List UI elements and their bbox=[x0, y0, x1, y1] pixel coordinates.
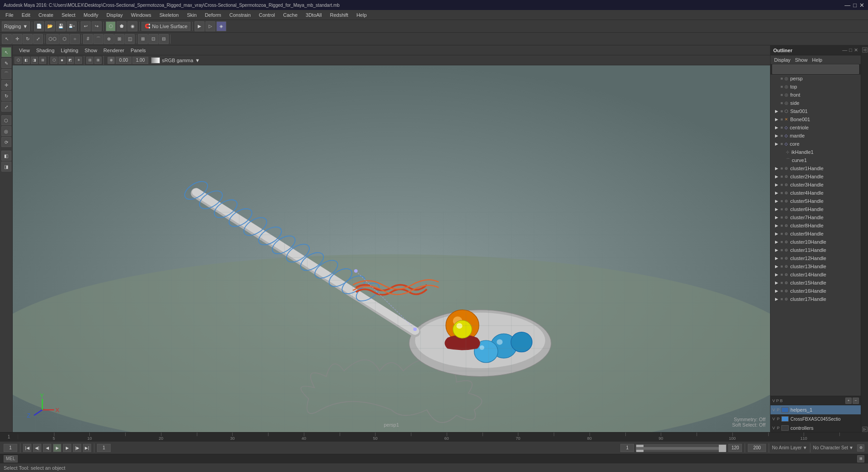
vp-tool2[interactable]: ◧ bbox=[23, 57, 30, 64]
outliner-show-menu[interactable]: Show bbox=[793, 57, 809, 63]
right-btn2[interactable]: ▷ bbox=[862, 427, 868, 432]
new-btn[interactable]: 📄 bbox=[34, 21, 44, 31]
vp-light[interactable]: ☀ bbox=[75, 57, 82, 64]
render2-btn[interactable]: ▷ bbox=[205, 21, 215, 31]
prev-key-btn[interactable]: ◀| bbox=[33, 444, 41, 452]
outliner-item-cluster11[interactable]: ▶ ■ ⊚ cluster11Handle bbox=[770, 246, 861, 254]
save-as-btn[interactable]: 💾+ bbox=[67, 21, 77, 31]
select-tool[interactable]: ↖ bbox=[2, 34, 12, 44]
history-btn[interactable]: ⟳ bbox=[1, 137, 11, 147]
menu-help[interactable]: Help bbox=[353, 11, 371, 19]
viewport-show-menu[interactable]: Show bbox=[82, 47, 100, 54]
viewport-panels-menu[interactable]: Panels bbox=[128, 47, 149, 54]
vp-layout1[interactable]: ⊟ bbox=[86, 57, 93, 64]
save-btn[interactable]: 💾 bbox=[56, 21, 66, 31]
max-frame-input[interactable] bbox=[748, 444, 766, 452]
go-start-btn[interactable]: |◀ bbox=[23, 444, 31, 452]
color-profile-dropdown[interactable]: ▼ bbox=[195, 58, 200, 63]
timeline-ruler[interactable]: 1 5102030405060708090100110120 bbox=[0, 432, 868, 441]
menu-skin[interactable]: Skin bbox=[183, 11, 200, 19]
align-btn[interactable]: ⊟ bbox=[159, 34, 169, 44]
outliner-item-star001[interactable]: ▶ ■ ⬡ Star001 bbox=[770, 107, 861, 115]
snap-surface-btn[interactable]: ⊞ bbox=[114, 34, 124, 44]
outliner-item-cluster14[interactable]: ▶ ■ ⊚ cluster14Handle bbox=[770, 270, 861, 279]
layer-add-btn[interactable]: + bbox=[845, 398, 852, 404]
layer-controllers[interactable]: V P controllers bbox=[770, 423, 861, 433]
layer-del-btn[interactable]: − bbox=[853, 398, 859, 404]
play-fwd-btn[interactable]: ▶ bbox=[53, 444, 61, 452]
menu-deform[interactable]: Deform bbox=[201, 11, 225, 19]
outliner-item-cluster17[interactable]: ▶ ■ ⊚ cluster17Handle bbox=[770, 295, 861, 303]
soft-mod-btn[interactable]: ◎ bbox=[1, 126, 11, 136]
coord-scale-input[interactable]: 1.00 bbox=[132, 57, 148, 64]
pivot-btn[interactable]: ⊡ bbox=[148, 34, 158, 44]
rotate-tool[interactable]: ↻ bbox=[23, 34, 33, 44]
close-btn[interactable]: ✕ bbox=[859, 2, 864, 9]
ipr-btn[interactable]: ◈ bbox=[216, 21, 226, 31]
snap-point-btn[interactable]: ⊕ bbox=[104, 34, 114, 44]
outliner-item-curve1[interactable]: ⌒ curve1 bbox=[770, 156, 861, 164]
lasso-select-btn[interactable]: ⌒ bbox=[1, 69, 11, 79]
menu-select[interactable]: Select bbox=[58, 11, 79, 19]
outliner-min-btn[interactable]: — bbox=[842, 47, 847, 53]
outliner-item-cluster15[interactable]: ▶ ■ ⊚ cluster15Handle bbox=[770, 279, 861, 287]
right-btn1[interactable]: ◁ bbox=[862, 47, 868, 53]
go-end-btn[interactable]: ▶| bbox=[83, 444, 91, 452]
range-slider[interactable] bbox=[636, 444, 727, 452]
mel-btn[interactable]: MEL bbox=[4, 455, 18, 462]
viewport-renderer-menu[interactable]: Renderer bbox=[101, 47, 127, 54]
mode-dropdown[interactable]: Rigging ▼ bbox=[2, 21, 30, 31]
subframe-input[interactable] bbox=[97, 444, 111, 452]
outliner-item-cluster8[interactable]: ▶ ■ ⊚ cluster8Handle bbox=[770, 221, 861, 230]
move-tool-btn[interactable]: ✛ bbox=[1, 80, 11, 90]
outliner-item-core[interactable]: ▶ ■ ◇ core bbox=[770, 140, 861, 148]
viewport-view-menu[interactable]: View bbox=[16, 47, 33, 54]
current-frame-input[interactable] bbox=[4, 444, 17, 452]
scale-tool[interactable]: ⤢ bbox=[33, 34, 43, 44]
timeline-track[interactable]: 5102030405060708090100110120 bbox=[18, 433, 868, 442]
outliner-item-cluster2[interactable]: ▶ ■ ⊚ cluster2Handle bbox=[770, 172, 861, 181]
outliner-item-cluster10[interactable]: ▶ ■ ⊚ cluster10Handle bbox=[770, 238, 861, 246]
scene-canvas[interactable]: X Y Z persp1 Symmetry: Off Soft Select: … bbox=[13, 65, 770, 432]
menu-cache[interactable]: Cache bbox=[279, 11, 301, 19]
vp-tool3[interactable]: ◨ bbox=[31, 57, 38, 64]
next-key-btn[interactable]: |▶ bbox=[73, 444, 81, 452]
outliner-item-cluster12[interactable]: ▶ ■ ⊚ cluster12Handle bbox=[770, 254, 861, 262]
outliner-item-cluster1[interactable]: ▶ ■ ⊚ cluster1Handle bbox=[770, 164, 861, 172]
next-frame-btn[interactable]: ▶ bbox=[63, 444, 71, 452]
select-btn[interactable]: ⬡ bbox=[106, 21, 116, 31]
menu-modify[interactable]: Modify bbox=[80, 11, 102, 19]
show-manip-btn[interactable]: ⬡ bbox=[1, 115, 11, 125]
outliner-close-btn[interactable]: ✕ bbox=[854, 47, 858, 53]
outliner-item-cluster6[interactable]: ▶ ■ ⊚ cluster6Handle bbox=[770, 205, 861, 213]
menu-constrain[interactable]: Constrain bbox=[226, 11, 254, 19]
outliner-item-persp[interactable]: ■ ◎ persp bbox=[770, 74, 861, 83]
menu-redshift[interactable]: Redshift bbox=[327, 11, 352, 19]
range-end-input[interactable] bbox=[728, 444, 742, 452]
soft-sel-btn[interactable]: ⬡⬡ bbox=[46, 34, 59, 44]
component-btn[interactable]: ⬡ bbox=[59, 34, 69, 44]
outliner-display-menu[interactable]: Display bbox=[772, 57, 792, 63]
outliner-item-cluster4[interactable]: ▶ ■ ⊚ cluster4Handle bbox=[770, 189, 861, 197]
center-btn[interactable]: ⊞ bbox=[138, 34, 148, 44]
outliner-item-centriole[interactable]: ▶ ■ ◇ centriole bbox=[770, 123, 861, 132]
coord-x-input[interactable]: 0.00 bbox=[116, 57, 132, 64]
outliner-item-cluster9[interactable]: ▶ ■ ⊚ cluster9Handle bbox=[770, 230, 861, 238]
outliner-max-btn[interactable]: □ bbox=[849, 47, 852, 53]
snapshot-btn[interactable]: ◨ bbox=[1, 162, 11, 172]
redo-btn[interactable]: ↪ bbox=[92, 21, 102, 31]
layer-helpers1[interactable]: V P helpers_1 bbox=[770, 405, 861, 414]
menu-display[interactable]: Display bbox=[103, 11, 127, 19]
rotate-tool-btn[interactable]: ↻ bbox=[1, 91, 11, 101]
move-tool[interactable]: ✛ bbox=[12, 34, 22, 44]
render-view-btn[interactable]: ◧ bbox=[1, 151, 11, 161]
menu-3dtoall[interactable]: 3DtoAll bbox=[302, 11, 325, 19]
minimize-btn[interactable]: — bbox=[844, 2, 850, 9]
script-editor-btn[interactable]: ⊞ bbox=[857, 455, 864, 462]
outliner-item-cluster3[interactable]: ▶ ■ ⊚ cluster3Handle bbox=[770, 181, 861, 189]
menu-skeleton[interactable]: Skeleton bbox=[156, 11, 182, 19]
outliner-item-cluster5[interactable]: ▶ ■ ⊚ cluster5Handle bbox=[770, 197, 861, 205]
vp-tool4[interactable]: ⊞ bbox=[39, 57, 46, 64]
outliner-item-top[interactable]: ■ ◎ top bbox=[770, 83, 861, 91]
scale-tool-btn[interactable]: ⤢ bbox=[1, 102, 11, 112]
